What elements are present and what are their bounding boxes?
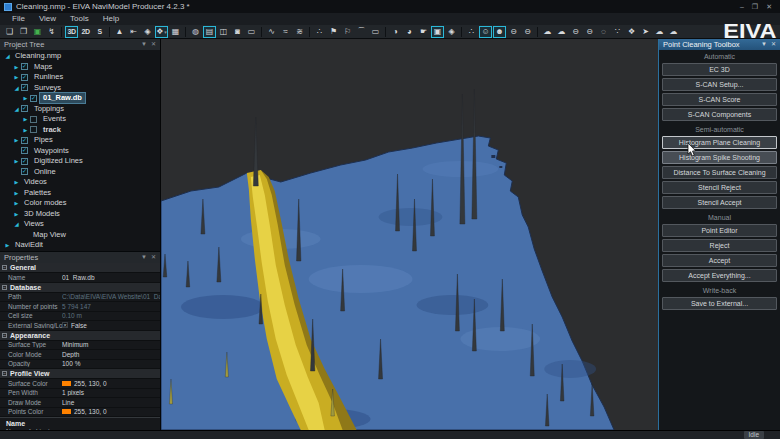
save-icon[interactable]: ▣ [31, 26, 44, 38]
property-row-path[interactable]: PathC:\Data\EIVA\EIVA Website\01_Data [0, 293, 160, 303]
view-s-button[interactable]: S [93, 26, 106, 38]
shield-display-icon[interactable]: ❖▾ [155, 26, 168, 38]
close-icon[interactable]: ✕ [151, 39, 156, 50]
cloud-upload-icon[interactable]: ☁ [653, 26, 666, 38]
property-row-number-of-points[interactable]: Number of points5 794 147 [0, 302, 160, 312]
property-value[interactable]: 0.10 m [62, 312, 160, 319]
tree-item-map-view[interactable]: Map View [0, 230, 160, 241]
property-value[interactable]: 1 pixels [62, 389, 160, 396]
stencil-accept-button[interactable]: Stencil Accept [662, 196, 777, 209]
property-row-surface-color[interactable]: Surface Color255, 130, 0 [0, 379, 160, 389]
view-2d-button[interactable]: 2D [79, 26, 92, 38]
tree-item-toppings[interactable]: ◢✓Toppings [0, 104, 160, 115]
pin-icon[interactable]: ▼ [141, 252, 147, 263]
property-value[interactable]: Depth [62, 351, 160, 358]
arc-tool-icon[interactable]: ⌒ [355, 26, 368, 38]
property-row-surface-type[interactable]: Surface TypeMinimum [0, 341, 160, 351]
tree-item-videos[interactable]: ▶Videos [0, 177, 160, 188]
property-value[interactable]: C:\Data\EIVA\EIVA Website\01_Data [62, 293, 160, 300]
pin-icon[interactable]: ⚑ [327, 26, 340, 38]
point-remove-2-icon[interactable]: ⊖ [521, 26, 534, 38]
s-can-setup-button[interactable]: S-CAN Setup... [662, 78, 777, 91]
tree-item-online[interactable]: ✓Online [0, 167, 160, 178]
tree-expander-icon[interactable]: ▶ [21, 116, 30, 122]
tree-item-naviedit[interactable]: ▶NaviEdit [0, 240, 160, 251]
tree-checkbox[interactable]: ✓ [30, 95, 37, 102]
lasso-cloud-icon[interactable]: ◌ [597, 26, 610, 38]
point-remove-3-icon[interactable]: ⊖ [569, 26, 582, 38]
mesh-surface-icon[interactable]: ▤ [203, 26, 216, 38]
tree-item-3d-models[interactable]: ▶3D Models [0, 209, 160, 220]
property-row-name[interactable]: Name01_Raw.db [0, 273, 160, 283]
route-points-icon[interactable]: ∴ [313, 26, 326, 38]
pin-icon[interactable]: ▼ [141, 39, 147, 50]
scatter-points-icon[interactable]: ∴ [465, 26, 478, 38]
smiley-reject-icon[interactable]: ☻ [493, 26, 506, 38]
close-icon[interactable]: ✕ [151, 252, 156, 263]
tree-item-color-modes[interactable]: ▶Color modes [0, 198, 160, 209]
viewport-3d[interactable] [161, 39, 658, 430]
profile-wave-icon[interactable]: ∿ [265, 26, 278, 38]
tree-item-maps[interactable]: ▶✓Maps [0, 62, 160, 73]
maximize-button[interactable]: ❐ [752, 0, 758, 13]
point-remove-4-icon[interactable]: ⊖ [583, 26, 596, 38]
cloud-color-icon[interactable]: ☁ [555, 26, 568, 38]
rect-tool-icon[interactable]: ▭ [369, 26, 382, 38]
contrast-icon[interactable]: ◑ [389, 26, 402, 38]
tree-expander-icon[interactable]: ▶ [3, 242, 12, 248]
property-row-color-mode[interactable]: Color ModeDepth [0, 350, 160, 360]
collapse-icon[interactable]: − [2, 371, 7, 376]
tree-expander-icon[interactable]: ◢ [12, 85, 21, 91]
histogram-spike-shooting-button[interactable]: Histogram Spike Shooting [662, 151, 777, 164]
close-button[interactable]: ✕ [766, 0, 772, 13]
pin-find-icon[interactable]: ⚐ [341, 26, 354, 38]
property-section-profile-view[interactable]: −Profile View [0, 369, 160, 379]
tree-checkbox[interactable]: ✓ [21, 137, 28, 144]
property-value[interactable]: 5 794 147 [62, 303, 160, 310]
tree-item-digitized-lines[interactable]: ▶✓Digitized Lines [0, 156, 160, 167]
tree-checkbox[interactable]: ✓ [21, 158, 28, 165]
open-folder-icon[interactable]: ❐ [17, 26, 30, 38]
stencil-reject-button[interactable]: Stencil Reject [662, 181, 777, 194]
tree-expander-icon[interactable]: ◢ [12, 221, 21, 227]
tree-item-palettes[interactable]: ▶Palettes [0, 188, 160, 199]
property-value[interactable]: ✕False [62, 322, 160, 329]
tree-expander-icon[interactable]: ▶ [12, 137, 21, 143]
grid-icon[interactable]: ▦ [169, 26, 182, 38]
box-select-icon[interactable]: ▣ [431, 26, 444, 38]
reject-button[interactable]: Reject [662, 239, 777, 252]
point-remove-icon[interactable]: ⊖ [507, 26, 520, 38]
tree-expander-icon[interactable]: ▶ [21, 127, 30, 133]
property-section-appearance[interactable]: −Appearance [0, 331, 160, 341]
dropdown-arrow-icon[interactable]: ▾ [164, 29, 167, 35]
tree-expander-icon[interactable]: ▶ [12, 190, 21, 196]
distance-to-surface-cleaning-button[interactable]: Distance To Surface Cleaning [662, 166, 777, 179]
collapse-icon[interactable]: − [2, 265, 7, 270]
histogram-plane-cleaning-button[interactable]: Histogram Plane Cleaning [662, 136, 777, 149]
accept-button[interactable]: Accept [662, 254, 777, 267]
shield-clean-icon[interactable]: ❖ [625, 26, 638, 38]
tree-expander-icon[interactable]: ▶ [12, 158, 21, 164]
property-row-draw-mode[interactable]: Draw ModeLine [0, 398, 160, 408]
property-value[interactable]: 100 % [62, 360, 160, 367]
cursor-arrow-icon[interactable]: ➤ [639, 26, 652, 38]
tree-checkbox[interactable]: ✓ [21, 63, 28, 70]
value-checkbox[interactable]: ✕ [62, 322, 68, 328]
point-cursor-icon[interactable]: ∵ [611, 26, 624, 38]
tree-item-cleaning-nmp[interactable]: ◢Cleaning.nmp [0, 51, 160, 62]
palette-icon[interactable]: ◕ [403, 26, 416, 38]
tree-expander-icon[interactable]: ▶ [12, 211, 21, 217]
pointer-tool-icon[interactable]: ▲ [113, 26, 126, 38]
tree-item-waypoints[interactable]: ✓Waypoints [0, 146, 160, 157]
menu-view[interactable]: View [33, 13, 62, 25]
tree-item-surveys[interactable]: ◢✓Surveys [0, 83, 160, 94]
property-section-general[interactable]: −General [0, 263, 160, 273]
camera-icon[interactable]: ◙ [231, 26, 244, 38]
tree-expander-icon[interactable]: ◢ [3, 53, 12, 59]
tree-expander-icon[interactable]: ▶ [12, 74, 21, 80]
tree-checkbox[interactable]: ✓ [21, 147, 28, 154]
tree-checkbox[interactable] [30, 116, 37, 123]
image-view-icon[interactable]: ◫ [217, 26, 230, 38]
ec-3d-button[interactable]: EC 3D [662, 63, 777, 76]
tree-checkbox[interactable]: ✓ [21, 105, 28, 112]
